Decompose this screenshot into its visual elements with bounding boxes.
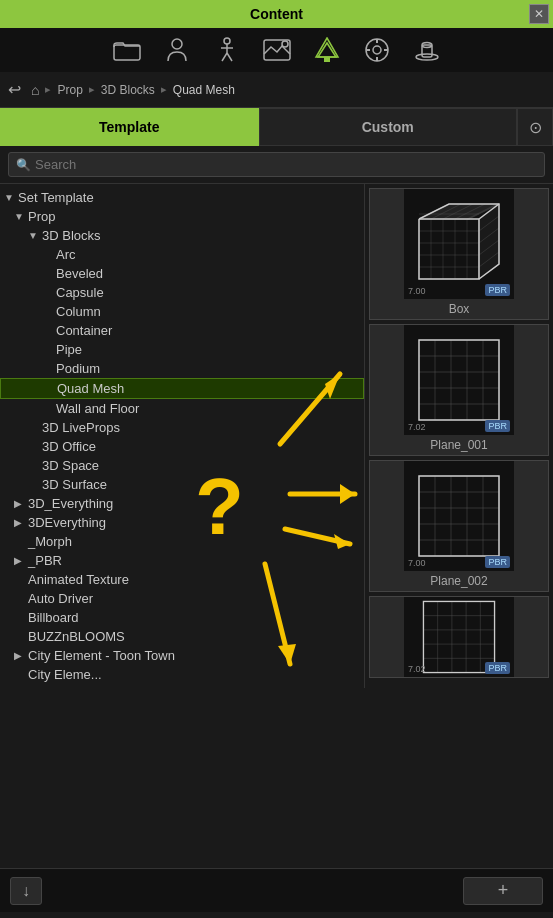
breadcrumb-sep-3: ▸ [161, 83, 167, 96]
tree-item-3d-surface[interactable]: 3D Surface [0, 475, 364, 494]
thumb-box-image: 7.00 PBR [404, 189, 514, 299]
landscape-icon[interactable] [261, 34, 293, 66]
thumb-plane-001-pbr: PBR [485, 420, 510, 432]
bottom-bar: ↓ + [0, 868, 553, 912]
tree-item-3d-blocks[interactable]: ▼ 3D Blocks [0, 226, 364, 245]
back-button[interactable]: ↩ [8, 80, 21, 99]
tree-item-podium[interactable]: Podium [0, 359, 364, 378]
svg-rect-71 [423, 601, 494, 672]
thumb-plane-003[interactable]: 7.02 PBR [369, 596, 549, 678]
svg-rect-61 [419, 476, 499, 556]
thumb-box-label: Box [449, 299, 470, 319]
scroll-down-button[interactable]: ↓ [10, 877, 42, 905]
thumbnail-panel: 7.00 PBR Box [365, 184, 553, 868]
tree-item-city-element2[interactable]: City Eleme... [0, 665, 364, 684]
breadcrumb-3dblocks[interactable]: 3D Blocks [101, 83, 155, 97]
person-icon[interactable] [161, 34, 193, 66]
thumb-box[interactable]: 7.00 PBR Box [369, 188, 549, 320]
thumb-plane-001-label: Plane_001 [430, 435, 487, 455]
tree-item-container[interactable]: Container [0, 321, 364, 340]
breadcrumb-sep-1: ▸ [45, 83, 51, 96]
tree-panel: ▼ Set Template ▼ Prop ▼ 3D Blocks Arc [0, 184, 365, 688]
tree-item-capsule[interactable]: Capsule [0, 283, 364, 302]
svg-line-6 [227, 53, 232, 61]
svg-marker-32 [479, 204, 499, 279]
search-bar: 🔍 [0, 146, 553, 184]
close-button[interactable]: ✕ [529, 4, 549, 24]
tree-item-set-template[interactable]: ▼ Set Template [0, 188, 364, 207]
svg-point-2 [224, 38, 230, 44]
tree-item-animated-texture[interactable]: Animated Texture [0, 570, 364, 589]
hat-icon[interactable] [411, 34, 443, 66]
figure-icon[interactable] [211, 34, 243, 66]
thumb-box-pbr: PBR [485, 284, 510, 296]
svg-line-5 [222, 53, 227, 61]
thumb-plane-001-image: 7.02 PBR [404, 325, 514, 435]
svg-rect-51 [419, 340, 499, 420]
tree-item-3d-everything[interactable]: ▶ 3D_Everything [0, 494, 364, 513]
add-button[interactable]: + [463, 877, 543, 905]
breadcrumb-quadmesh[interactable]: Quad Mesh [173, 83, 235, 97]
thumb-plane-002-version: 7.00 [408, 558, 426, 568]
thumb-plane-002-label: Plane_002 [430, 571, 487, 591]
tree-icon[interactable] [311, 34, 343, 66]
tree-item-prop[interactable]: ▼ Prop [0, 207, 364, 226]
breadcrumb-sep-2: ▸ [89, 83, 95, 96]
tree-item-wall-and-floor[interactable]: Wall and Floor [0, 399, 364, 418]
tree-item-buzzn-blooms[interactable]: BUZZnBLOOMS [0, 627, 364, 646]
film-icon[interactable] [361, 34, 393, 66]
tree-item-auto-driver[interactable]: Auto Driver [0, 589, 364, 608]
breadcrumb-home[interactable]: ⌂ [31, 82, 39, 98]
svg-point-13 [373, 46, 381, 54]
toolbar [0, 28, 553, 72]
tree-item-pipe[interactable]: Pipe [0, 340, 364, 359]
tree-item-3d-office[interactable]: 3D Office [0, 437, 364, 456]
thumb-plane-002-pbr: PBR [485, 556, 510, 568]
thumb-plane-001[interactable]: 7.02 PBR Plane_001 [369, 324, 549, 456]
tree-item-3d-liveprops[interactable]: 3D LiveProps [0, 418, 364, 437]
window-title: Content [250, 6, 303, 22]
tab-custom[interactable]: Custom [259, 108, 518, 146]
svg-rect-30 [419, 219, 479, 279]
main-content-wrapper: ▼ Set Template ▼ Prop ▼ 3D Blocks Arc [0, 184, 553, 868]
thumb-plane-001-version: 7.02 [408, 422, 426, 432]
title-bar: Content ✕ [0, 0, 553, 28]
main-content: ▼ Set Template ▼ Prop ▼ 3D Blocks Arc [0, 184, 553, 868]
thumb-plane-003-image: 7.02 PBR [404, 597, 514, 677]
svg-rect-11 [324, 57, 330, 62]
thumb-box-version: 7.00 [408, 286, 426, 296]
tree-item-beveled[interactable]: Beveled [0, 264, 364, 283]
tree-item-3d-space[interactable]: 3D Space [0, 456, 364, 475]
thumb-plane-002[interactable]: 7.00 PBR Plane_002 [369, 460, 549, 592]
svg-rect-0 [114, 45, 140, 60]
breadcrumb-bar: ↩ ⌂ ▸ Prop ▸ 3D Blocks ▸ Quad Mesh [0, 72, 553, 108]
tree-item-city-element-toon-town[interactable]: ▶ City Element - Toon Town [0, 646, 364, 665]
tree-item-billboard[interactable]: Billboard [0, 608, 364, 627]
tree-item-quad-mesh[interactable]: Quad Mesh [0, 378, 364, 399]
tab-bar: Template Custom ⊙ [0, 108, 553, 146]
svg-point-8 [282, 41, 288, 47]
thumb-plane-002-image: 7.00 PBR [404, 461, 514, 571]
tab-template[interactable]: Template [0, 108, 259, 146]
thumb-plane-003-version: 7.02 [408, 664, 426, 674]
tab-expand-button[interactable]: ⊙ [517, 108, 553, 146]
thumb-plane-003-pbr: PBR [485, 662, 510, 674]
svg-point-1 [172, 39, 182, 49]
tree-item-arc[interactable]: Arc [0, 245, 364, 264]
search-input[interactable] [8, 152, 545, 177]
tree-item-morph[interactable]: _Morph [0, 532, 364, 551]
tree-item-column[interactable]: Column [0, 302, 364, 321]
tree-item-3deverything[interactable]: ▶ 3DEverything [0, 513, 364, 532]
tree-item-pbr[interactable]: ▶ _PBR [0, 551, 364, 570]
folder-icon[interactable] [111, 34, 143, 66]
breadcrumb-prop[interactable]: Prop [57, 83, 82, 97]
